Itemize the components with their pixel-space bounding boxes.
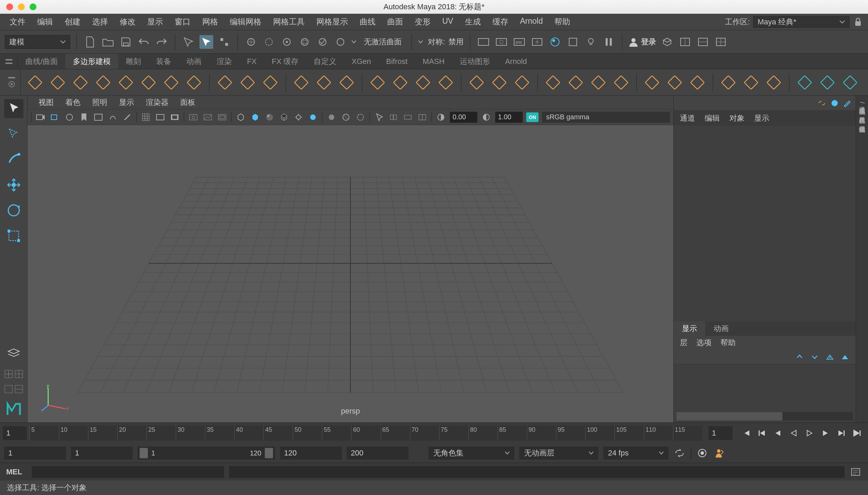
menu-文件[interactable]: 文件 — [5, 14, 30, 29]
wire-shaded-icon[interactable] — [279, 112, 290, 123]
shelf-insert-icon[interactable] — [742, 74, 760, 91]
shelf-cone-icon[interactable] — [94, 74, 112, 91]
pause-icon[interactable] — [602, 35, 616, 49]
shelf-plane-icon[interactable] — [140, 74, 158, 91]
menu-UV[interactable]: UV — [437, 14, 458, 29]
menu-修改[interactable]: 修改 — [115, 14, 140, 29]
shelf-superellipse-icon[interactable] — [216, 74, 234, 91]
render-current-icon[interactable] — [495, 35, 508, 49]
shelf-freeze-icon[interactable] — [315, 74, 333, 91]
panel-layout4-icon[interactable] — [714, 35, 728, 49]
range-slider[interactable]: 1 120 — [138, 447, 275, 460]
isolate-icon[interactable] — [326, 112, 337, 123]
script-editor-icon[interactable] — [849, 466, 862, 478]
render-settings-icon[interactable] — [530, 35, 544, 49]
menu-窗口[interactable]: 窗口 — [170, 14, 195, 29]
gamma-icon[interactable] — [481, 112, 492, 123]
shelf-reduce-icon[interactable] — [589, 74, 607, 91]
snap-plane-icon[interactable] — [298, 35, 312, 49]
shelf-tab-1[interactable]: 多边形建模 — [65, 54, 118, 69]
side-tab-0[interactable]: 通道盒/层编辑器 — [857, 98, 868, 107]
range-inner-end-field[interactable]: 120 — [280, 447, 342, 460]
undo-icon[interactable] — [137, 35, 151, 49]
shelf-fill-icon[interactable] — [391, 74, 409, 91]
shelf-tab-13[interactable]: Arnold — [498, 54, 535, 69]
menu-网格[interactable]: 网格 — [197, 14, 223, 29]
shelf-cut-icon[interactable] — [719, 74, 737, 91]
close-icon[interactable] — [6, 3, 13, 10]
layer-menu-层[interactable]: 层 — [680, 338, 687, 348]
cb-menu-对象[interactable]: 对象 — [729, 113, 745, 123]
time-slider[interactable]: 5101520253035404550556065707580859095100… — [30, 426, 702, 441]
step-back-icon[interactable] — [772, 427, 784, 439]
shadows-icon[interactable] — [307, 112, 318, 123]
shelf-tab-3[interactable]: 装备 — [149, 54, 179, 69]
select-component-icon[interactable] — [217, 35, 231, 49]
shelf-t1-icon[interactable] — [796, 74, 814, 91]
loop-icon[interactable] — [673, 447, 686, 459]
layer-tab-显示[interactable]: 显示 — [674, 321, 705, 336]
shelf-pivot-icon[interactable] — [292, 74, 310, 91]
shelf-tab-7[interactable]: FX 缓存 — [264, 54, 306, 69]
fps-dropdown[interactable]: 24 fps — [603, 447, 669, 460]
range-start-field[interactable]: 1 — [4, 447, 66, 460]
panel-menu-面板[interactable]: 面板 — [175, 96, 200, 109]
shelf-boolD-icon[interactable] — [490, 74, 508, 91]
shelf-tab-8[interactable]: 自定义 — [306, 54, 344, 69]
redo-icon[interactable] — [155, 35, 169, 49]
shelf-tab-5[interactable]: 渲染 — [209, 54, 239, 69]
shelf-sphere2-icon[interactable] — [369, 74, 387, 91]
panel-menu-着色[interactable]: 着色 — [61, 96, 85, 109]
shelf-cube-icon[interactable] — [49, 74, 67, 91]
exposure-icon[interactable] — [435, 112, 446, 123]
xray-joints-icon[interactable] — [355, 112, 366, 123]
maya-logo-icon[interactable] — [5, 400, 23, 418]
menu-创建[interactable]: 创建 — [60, 14, 85, 29]
lasso-tool[interactable] — [4, 124, 23, 144]
use-all-lights-icon[interactable] — [293, 112, 304, 123]
select-object-icon[interactable] — [199, 35, 213, 49]
new-scene-icon[interactable] — [83, 35, 97, 49]
camera-lock-icon[interactable] — [50, 112, 61, 123]
multisample-icon[interactable] — [417, 112, 428, 123]
menu-帮助[interactable]: 帮助 — [550, 14, 575, 29]
motion-trail-icon[interactable] — [373, 112, 384, 123]
panel-layout1-icon[interactable] — [660, 35, 674, 49]
grid-icon[interactable] — [140, 112, 151, 123]
resolution-gate-icon[interactable] — [188, 112, 199, 123]
shelf-sculpt-icon[interactable] — [666, 74, 684, 91]
range-handle-right[interactable] — [265, 448, 273, 458]
panel-menu-渲染器[interactable]: 渲染器 — [141, 96, 173, 109]
layout-grid1-icon[interactable]: + — [4, 370, 13, 378]
panel-layout3-icon[interactable] — [696, 35, 710, 49]
go-end-icon[interactable] — [851, 427, 863, 439]
menu-显示[interactable]: 显示 — [142, 14, 168, 29]
shelf-subdiv-icon[interactable] — [567, 74, 585, 91]
snap-point-icon[interactable] — [280, 35, 294, 49]
camera-bookmark-icon[interactable] — [64, 112, 75, 123]
safe-title-icon[interactable] — [217, 112, 228, 123]
maximize-icon[interactable] — [30, 3, 36, 10]
cb-menu-通道[interactable]: 通道 — [680, 113, 695, 123]
layout-stack-icon[interactable] — [4, 344, 23, 363]
menuset-dropdown[interactable]: 建模 — [5, 35, 70, 49]
shelf-platonic-icon[interactable] — [185, 74, 203, 91]
snap-curve-icon[interactable] — [262, 35, 276, 49]
light-editor-icon[interactable] — [584, 35, 598, 49]
layout-grid3-icon[interactable] — [4, 385, 13, 394]
cb-edit-icon[interactable] — [843, 99, 851, 107]
chevron-down-icon[interactable] — [351, 40, 356, 44]
side-tab-1[interactable]: 建模工具包 — [857, 109, 868, 116]
xray-icon[interactable] — [340, 112, 351, 123]
layer-add-selected-icon[interactable]: + — [825, 353, 834, 361]
shelf-tab-2[interactable]: 雕刻 — [118, 54, 149, 69]
shelf-boolI-icon[interactable] — [513, 74, 531, 91]
2d-pan-icon[interactable] — [107, 112, 118, 123]
panel-layout2-icon[interactable] — [678, 35, 692, 49]
film-gate-icon[interactable] — [155, 112, 166, 123]
view-transform-field[interactable]: sRGB gamma — [542, 112, 670, 123]
snap-live-icon[interactable] — [316, 35, 329, 49]
animlayer-dropdown[interactable]: 无动画层 — [519, 447, 598, 460]
render-setup-icon[interactable] — [566, 35, 580, 49]
menu-缓存[interactable]: 缓存 — [488, 14, 513, 29]
